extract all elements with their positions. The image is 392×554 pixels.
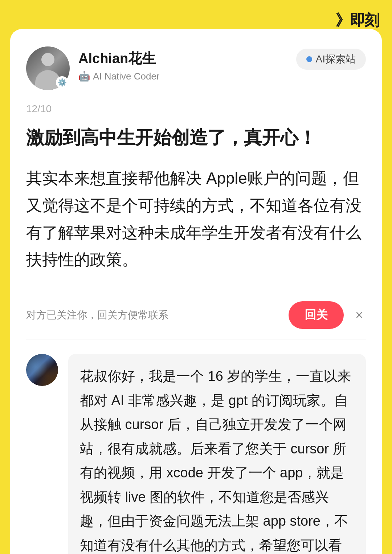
username[interactable]: Alchian花生 bbox=[78, 49, 160, 68]
user-header: ⚙️ Alchian花生 🤖 AI Native Coder AI探索站 bbox=[26, 46, 366, 90]
post-date: 12/10 bbox=[26, 103, 366, 115]
jike-logo: 》即刻 bbox=[335, 10, 379, 30]
ai-badge-dot bbox=[306, 56, 312, 62]
commenter-avatar[interactable] bbox=[26, 354, 58, 386]
post-card: ⚙️ Alchian花生 🤖 AI Native Coder AI探索站 12/… bbox=[10, 29, 382, 554]
comment-text: 花叔你好，我是一个 16 岁的学生，一直以来都对 AI 非常感兴趣，是 gpt … bbox=[80, 364, 354, 554]
user-tag: 🤖 AI Native Coder bbox=[78, 71, 160, 82]
ai-badge[interactable]: AI探索站 bbox=[296, 49, 366, 70]
user-left: ⚙️ Alchian花生 🤖 AI Native Coder bbox=[26, 46, 160, 90]
post-body: 其实本来想直接帮他解决 Apple账户的问题，但又觉得这不是个可持续的方式，不知… bbox=[26, 165, 366, 273]
ai-badge-label: AI探索站 bbox=[316, 52, 356, 66]
avatar-badge: ⚙️ bbox=[56, 76, 68, 89]
follow-button[interactable]: 回关 bbox=[289, 301, 344, 329]
user-info: Alchian花生 🤖 AI Native Coder bbox=[78, 46, 160, 82]
robot-icon: 🤖 bbox=[78, 71, 90, 82]
user-tag-text: AI Native Coder bbox=[93, 71, 160, 82]
comment-body: 花叔你好，我是一个 16 岁的学生，一直以来都对 AI 非常感兴趣，是 gpt … bbox=[68, 354, 366, 554]
post-title: 激励到高中生开始创造了，真开心！ bbox=[26, 125, 366, 150]
follow-bar: 对方已关注你，回关方便常联系 回关 × bbox=[26, 291, 366, 339]
follow-bar-text: 对方已关注你，回关方便常联系 bbox=[26, 308, 168, 322]
follow-actions: 回关 × bbox=[289, 301, 366, 329]
avatar-wrapper: ⚙️ bbox=[26, 46, 70, 90]
comment-item: 花叔你好，我是一个 16 岁的学生，一直以来都对 AI 非常感兴趣，是 gpt … bbox=[26, 354, 366, 554]
comment-section: 花叔你好，我是一个 16 岁的学生，一直以来都对 AI 非常感兴趣，是 gpt … bbox=[26, 339, 366, 554]
close-button[interactable]: × bbox=[352, 305, 366, 326]
